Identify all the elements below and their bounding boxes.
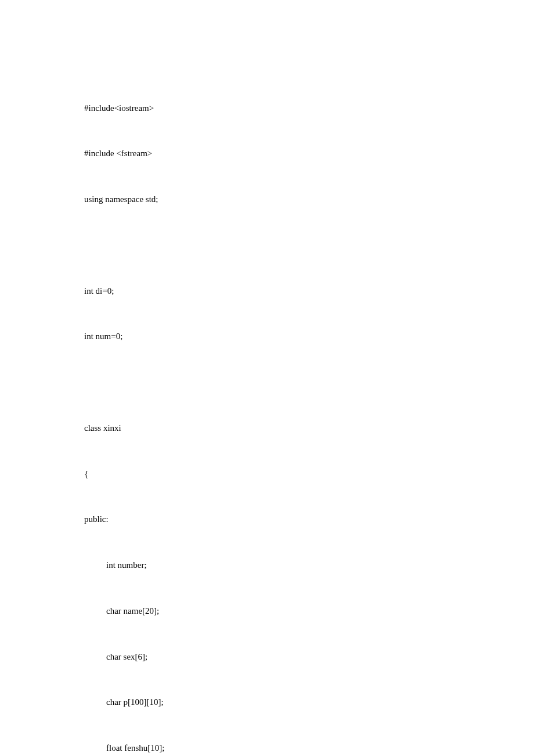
code-block: #include<iostream> #include <fstream> us… <box>84 70 453 756</box>
blank-line <box>84 375 453 390</box>
code-line: { <box>84 466 453 481</box>
code-line: char p[100][10]; <box>106 694 453 710</box>
code-line: #include<iostream> <box>84 100 453 116</box>
code-line: int number; <box>106 557 453 573</box>
code-line: #include <fstream> <box>84 146 453 161</box>
code-line: char sex[6]; <box>106 649 453 664</box>
code-line: int num=0; <box>84 329 453 344</box>
code-line: class xinxi <box>84 420 453 435</box>
document-page: #include<iostream> #include <fstream> us… <box>0 0 534 756</box>
code-line: char name[20]; <box>106 603 453 618</box>
blank-line <box>84 237 453 253</box>
code-line: public: <box>84 512 453 527</box>
code-line: int di=0; <box>84 283 453 298</box>
code-line: float fenshu[10]; <box>106 740 453 755</box>
code-line: using namespace std; <box>84 192 453 207</box>
